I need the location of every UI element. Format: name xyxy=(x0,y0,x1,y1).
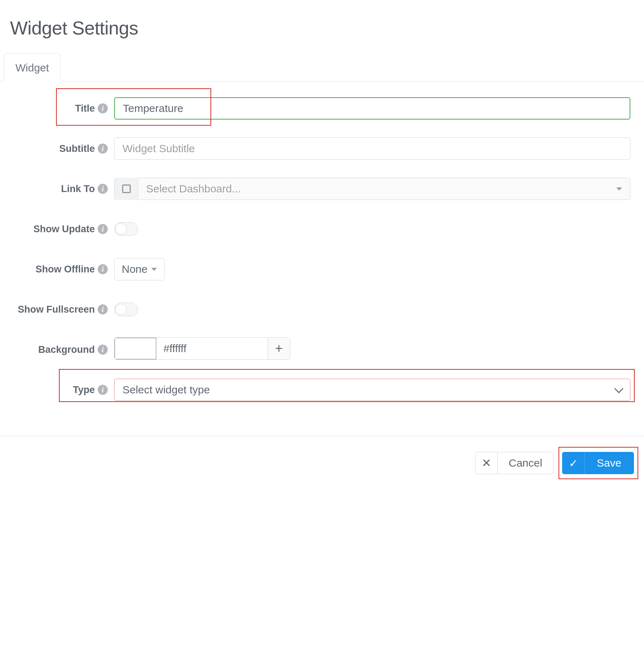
info-icon[interactable]: i xyxy=(98,144,108,154)
close-icon: ✕ xyxy=(482,456,491,470)
info-icon[interactable]: i xyxy=(98,184,108,194)
caret-down-icon xyxy=(616,187,622,191)
info-icon[interactable]: i xyxy=(98,385,108,395)
linkto-checkbox[interactable] xyxy=(115,178,138,200)
plus-icon: + xyxy=(275,341,283,356)
background-add-button[interactable]: + xyxy=(268,338,290,359)
linkto-select[interactable]: Select Dashboard... xyxy=(138,178,630,200)
type-label: Type xyxy=(73,384,95,396)
save-button[interactable]: ✓ Save xyxy=(562,452,634,474)
show-offline-label: Show Offline xyxy=(36,264,95,275)
cancel-button[interactable]: ✕ Cancel xyxy=(475,452,553,474)
chevron-down-icon xyxy=(614,384,623,393)
show-offline-select[interactable]: None xyxy=(114,258,165,280)
tab-widget[interactable]: Widget xyxy=(4,53,61,82)
background-color-swatch[interactable] xyxy=(114,337,157,360)
info-icon[interactable]: i xyxy=(98,264,108,274)
save-label: Save xyxy=(585,452,634,474)
background-color-input[interactable] xyxy=(156,338,268,359)
info-icon[interactable]: i xyxy=(98,103,108,113)
title-label: Title xyxy=(75,103,95,114)
info-icon[interactable]: i xyxy=(98,345,108,355)
type-select[interactable]: Select widget type xyxy=(114,379,630,401)
linkto-placeholder: Select Dashboard... xyxy=(146,183,241,195)
title-input[interactable] xyxy=(114,97,630,120)
info-icon[interactable]: i xyxy=(98,304,108,314)
checkbox-unchecked-icon xyxy=(122,184,131,193)
show-update-label: Show Update xyxy=(33,224,95,235)
cancel-label: Cancel xyxy=(498,452,553,474)
show-fullscreen-toggle[interactable] xyxy=(114,303,138,316)
toggle-knob-icon xyxy=(115,223,127,235)
background-label: Background xyxy=(38,344,95,355)
toggle-knob-icon xyxy=(115,304,127,315)
settings-form: Title i Subtitle i Link To i xyxy=(10,82,634,425)
tabs: Widget xyxy=(0,53,644,82)
caret-down-icon xyxy=(151,268,157,271)
type-placeholder: Select widget type xyxy=(122,384,210,396)
linkto-label: Link To xyxy=(61,183,95,195)
show-offline-value: None xyxy=(122,263,148,275)
footer: ✕ Cancel ✓ Save xyxy=(0,436,644,481)
show-update-toggle[interactable] xyxy=(114,222,138,236)
subtitle-label: Subtitle xyxy=(59,143,95,154)
info-icon[interactable]: i xyxy=(98,224,108,234)
check-icon: ✓ xyxy=(569,457,578,470)
page-title: Widget Settings xyxy=(10,17,634,39)
show-fullscreen-label: Show Fullscreen xyxy=(18,304,95,315)
subtitle-input[interactable] xyxy=(114,137,630,160)
